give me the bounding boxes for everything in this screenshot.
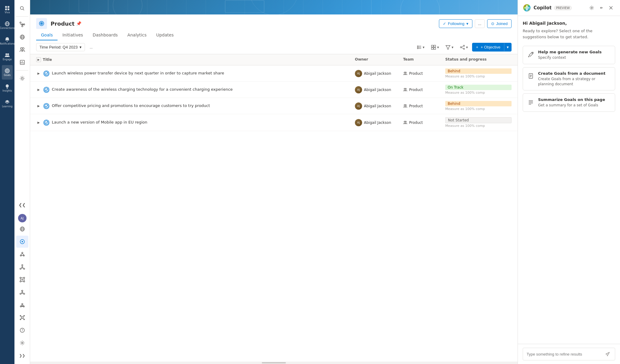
goal-title-2: Create awareness of the wireless chargin…: [52, 87, 233, 92]
view-grid-button[interactable]: ▾: [429, 43, 441, 51]
objective-dropdown-button[interactable]: ▾: [504, 43, 511, 51]
preview-badge: PREVIEW: [554, 6, 572, 10]
svg-point-74: [22, 306, 23, 307]
svg-rect-103: [431, 48, 433, 49]
suggestion-title-doc: Create Goals from a document: [538, 71, 611, 76]
sidebar-expand[interactable]: ❯❯: [16, 350, 28, 362]
sidebar-hierarchy[interactable]: [16, 18, 28, 30]
toolbar-more-button[interactable]: ...: [87, 44, 95, 51]
suggestion-summarize[interactable]: Summarize Goals on this page Get a summa…: [523, 93, 615, 112]
sidebar-collapse[interactable]: ❮❮: [16, 199, 28, 211]
svg-point-90: [401, 0, 440, 14]
view-list-button[interactable]: ▾: [414, 43, 427, 51]
header-banner: [30, 0, 518, 14]
left-sidebar: ❮❮ AJ ? ❯❯: [14, 0, 30, 364]
column-header-owner: Owner: [355, 56, 403, 63]
table-row[interactable]: ▶ Offer competitive pricing and promotio…: [30, 98, 518, 114]
share-chevron-icon: ▾: [466, 45, 468, 49]
viva-nav: Viva Connections Notifications Engage Go…: [0, 0, 14, 364]
copilot-settings-button[interactable]: [587, 4, 596, 12]
row-expand-2[interactable]: ▶: [36, 87, 41, 92]
sidebar-settings[interactable]: [16, 72, 28, 84]
row-expand-3[interactable]: ▶: [36, 104, 41, 108]
pin-icon: 📌: [76, 21, 81, 26]
copilot-close-button[interactable]: [607, 4, 615, 12]
copilot-send-button[interactable]: [604, 350, 611, 358]
goal-title-cell-4: ▶ Launch a new version of Mobile app in …: [36, 120, 355, 126]
svg-point-62: [23, 293, 25, 294]
sidebar-globe2[interactable]: [16, 223, 28, 235]
sidebar-search[interactable]: [16, 2, 28, 14]
row-expand-4[interactable]: ▶: [36, 120, 41, 125]
nav-item-viva-label: Viva: [5, 11, 10, 14]
nav-item-engage[interactable]: Engage: [2, 49, 13, 64]
more-options-button[interactable]: ...: [475, 19, 485, 28]
goal-title-cell-3: ▶ Offer competitive pricing and promotio…: [36, 103, 355, 109]
svg-line-132: [531, 53, 533, 54]
suggestion-generate[interactable]: Help me generate new Goals Specify conte…: [523, 46, 615, 64]
expand-all-button[interactable]: ▶: [36, 57, 41, 62]
table-row[interactable]: ▶ Launch a new version of Mobile app in …: [30, 114, 518, 131]
nav-item-goals[interactable]: Goals: [2, 65, 13, 80]
svg-rect-101: [431, 45, 433, 47]
owner-name-4: Abigail Jackson: [364, 121, 391, 125]
filter-button[interactable]: ▾: [443, 43, 456, 51]
sidebar-network1[interactable]: [16, 248, 28, 260]
suggestion-create-from-doc[interactable]: Create Goals from a document Create Goal…: [523, 67, 615, 91]
sidebar-reports[interactable]: [16, 56, 28, 68]
copilot-text-input[interactable]: [527, 352, 602, 356]
sidebar-network6[interactable]: [16, 312, 28, 324]
sidebar-network5[interactable]: [16, 299, 28, 311]
sidebar-network3[interactable]: [16, 274, 28, 286]
copilot-back-button[interactable]: [597, 4, 606, 12]
tab-updates[interactable]: Updates: [151, 30, 178, 40]
time-period-button[interactable]: Time Period: Q4 2023 ▾: [36, 43, 85, 51]
sidebar-network2[interactable]: [16, 261, 28, 273]
sidebar-members[interactable]: [16, 44, 28, 56]
owner-name-2: Abigail Jackson: [364, 88, 391, 92]
suggestion-content-generate: Help me generate new Goals Specify conte…: [538, 50, 611, 60]
tab-initiatives[interactable]: Initiatives: [58, 30, 88, 40]
nav-item-notifications[interactable]: Notifications: [2, 34, 13, 48]
goal-title-cell-1: ▶ Launch wireless power transfer device …: [36, 71, 355, 77]
svg-rect-3: [8, 8, 9, 10]
sidebar-help[interactable]: ?: [16, 324, 28, 336]
horizontal-scrollbar[interactable]: [30, 362, 518, 364]
sidebar-globe[interactable]: [16, 31, 28, 43]
table-row[interactable]: ▶ Launch wireless power transfer device …: [30, 65, 518, 82]
tab-dashboards[interactable]: Dashboards: [88, 30, 123, 40]
svg-point-12: [20, 7, 23, 10]
nav-item-viva[interactable]: Viva: [2, 2, 13, 17]
nav-item-learning[interactable]: Learning: [2, 96, 13, 111]
view-chevron-icon: ▾: [423, 45, 424, 49]
sidebar-settings2[interactable]: [16, 337, 28, 349]
list-icon: [527, 98, 535, 106]
user-avatar[interactable]: AJ: [18, 214, 27, 222]
scroll-thumb[interactable]: [262, 362, 286, 363]
owner-avatar-4: AJ: [355, 119, 362, 126]
row-expand-1[interactable]: ▶: [36, 71, 41, 76]
svg-text:?: ?: [21, 329, 23, 332]
share-button[interactable]: ▾: [458, 43, 470, 51]
sidebar-goals-active[interactable]: [16, 236, 28, 248]
tab-goals[interactable]: Goals: [36, 30, 58, 40]
add-objective-button[interactable]: + + Objective: [472, 43, 504, 51]
svg-point-68: [22, 303, 23, 305]
following-button[interactable]: ✓ Following ▾: [439, 19, 472, 28]
table-row[interactable]: ▶ Create awareness of the wireless charg…: [30, 82, 518, 98]
objective-chevron-icon: ▾: [507, 45, 509, 49]
nav-item-learning-label: Learning: [2, 105, 13, 108]
svg-point-7: [5, 53, 7, 55]
copilot-header-actions: [587, 4, 615, 12]
table-header-row: ▶ Title Owner Team Status and progress: [30, 54, 518, 65]
goal-title-4: Launch a new version of Mobile app in EU…: [52, 120, 147, 125]
settings-icon: [589, 5, 594, 10]
sidebar-network4[interactable]: [16, 286, 28, 298]
joined-button[interactable]: ⊙ Joined: [487, 19, 512, 28]
svg-point-47: [22, 267, 23, 268]
nav-item-insights[interactable]: Insights: [2, 81, 13, 95]
tab-analytics[interactable]: Analytics: [123, 30, 152, 40]
team-icon-3: [403, 104, 407, 108]
svg-point-26: [22, 48, 24, 49]
nav-item-connections[interactable]: Connections: [2, 18, 13, 33]
